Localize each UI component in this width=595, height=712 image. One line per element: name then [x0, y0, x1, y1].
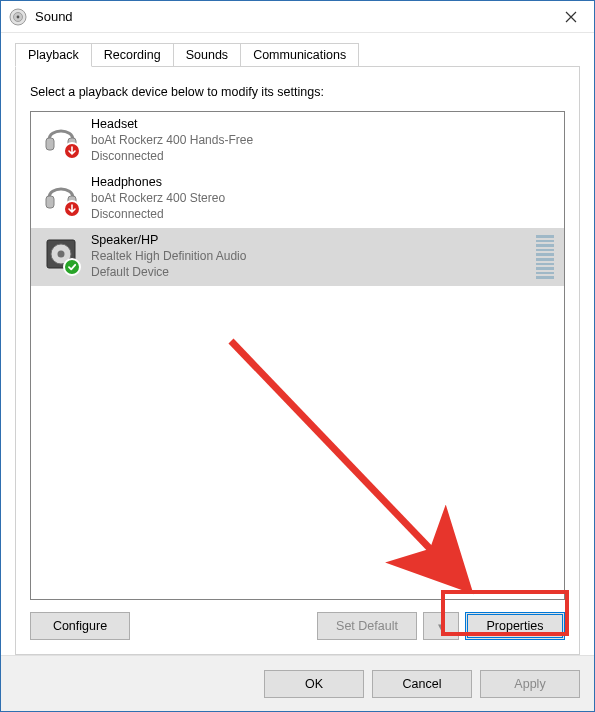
tab-recording[interactable]: Recording	[91, 43, 174, 66]
device-status: Disconnected	[91, 148, 558, 164]
properties-button[interactable]: Properties	[465, 612, 565, 640]
device-name: Headphones	[91, 174, 558, 190]
svg-rect-5	[46, 196, 54, 208]
default-check-badge-icon	[63, 258, 81, 276]
titlebar[interactable]: Sound	[1, 1, 594, 33]
device-text: HeadsetboAt Rockerz 400 Hands-FreeDiscon…	[85, 116, 558, 164]
tab-communications[interactable]: Communications	[240, 43, 359, 66]
svg-point-9	[58, 251, 65, 258]
sound-app-icon	[9, 8, 27, 26]
tab-bottom-row: Configure Set Default ▾ Properties	[30, 612, 565, 640]
sound-dialog: Sound PlaybackRecordingSoundsCommunicati…	[0, 0, 595, 712]
ok-button[interactable]: OK	[264, 670, 364, 698]
device-row[interactable]: HeadphonesboAt Rockerz 400 StereoDisconn…	[31, 170, 564, 228]
device-description: Realtek High Definition Audio	[91, 248, 536, 264]
device-description: boAt Rockerz 400 Stereo	[91, 190, 558, 206]
set-default-dropdown[interactable]: ▾	[423, 612, 459, 640]
device-row[interactable]: Speaker/HPRealtek High Definition AudioD…	[31, 228, 564, 286]
level-meter	[536, 235, 554, 279]
dialog-body: PlaybackRecordingSoundsCommunications Se…	[1, 33, 594, 655]
disconnected-badge-icon	[63, 142, 81, 160]
tab-sounds[interactable]: Sounds	[173, 43, 241, 66]
tabs-row: PlaybackRecordingSoundsCommunications	[15, 43, 580, 66]
device-status: Disconnected	[91, 206, 558, 222]
dialog-footer: OK Cancel Apply	[1, 655, 594, 711]
set-default-button[interactable]: Set Default	[317, 612, 417, 640]
svg-point-2	[17, 15, 20, 18]
device-text: Speaker/HPRealtek High Definition AudioD…	[85, 232, 536, 280]
device-name: Headset	[91, 116, 558, 132]
device-text: HeadphonesboAt Rockerz 400 StereoDisconn…	[85, 174, 558, 222]
headset-icon	[37, 116, 85, 158]
apply-button[interactable]: Apply	[480, 670, 580, 698]
playback-device-list[interactable]: HeadsetboAt Rockerz 400 Hands-FreeDiscon…	[30, 111, 565, 600]
device-row[interactable]: HeadsetboAt Rockerz 400 Hands-FreeDiscon…	[31, 112, 564, 170]
device-status: Default Device	[91, 264, 536, 280]
disconnected-badge-icon	[63, 200, 81, 218]
cancel-button[interactable]: Cancel	[372, 670, 472, 698]
tab-panel-playback: Select a playback device below to modify…	[15, 66, 580, 655]
instruction-text: Select a playback device below to modify…	[30, 85, 565, 99]
speaker-icon	[37, 232, 85, 274]
device-description: boAt Rockerz 400 Hands-Free	[91, 132, 558, 148]
close-button[interactable]	[548, 1, 594, 33]
window-title: Sound	[35, 9, 548, 24]
svg-rect-3	[46, 138, 54, 150]
configure-button[interactable]: Configure	[30, 612, 130, 640]
device-name: Speaker/HP	[91, 232, 536, 248]
tab-playback[interactable]: Playback	[15, 43, 92, 67]
headset-icon	[37, 174, 85, 216]
